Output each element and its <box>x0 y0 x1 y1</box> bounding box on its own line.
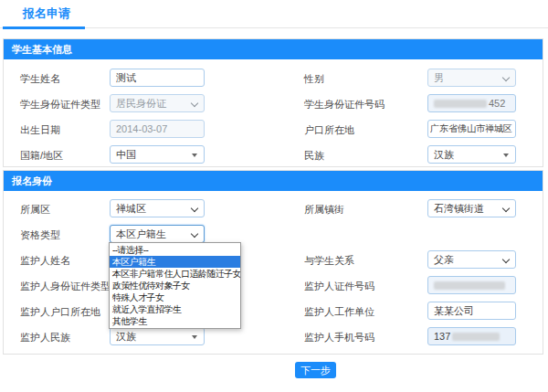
guardian-ethnicity-select[interactable]: 汉族 <box>110 327 205 345</box>
qualification-dropdown-list: --请选择-- 本区户籍生 本区非户籍常住人口适龄随迁子女 政策性优待对象子女 … <box>109 242 241 329</box>
town-label: 所属镇街 <box>304 203 344 217</box>
guardian-name-label: 监护人姓名 <box>20 254 70 268</box>
guardian-ethnicity-value: 汉族 <box>116 330 136 344</box>
nationality-select[interactable]: 中国 <box>110 145 205 164</box>
id-number-input[interactable]: 452 <box>427 94 516 112</box>
student-name-label: 学生姓名 <box>20 72 60 86</box>
town-value: 石湾镇街道 <box>434 202 484 216</box>
district-value: 禅城区 <box>116 202 146 216</box>
chevron-down-icon <box>191 100 198 107</box>
district-label: 所属区 <box>20 203 50 217</box>
chevron-down-icon <box>191 230 198 238</box>
qualification-label: 资格类型 <box>20 228 60 242</box>
masked-value-block <box>452 333 500 341</box>
birth-date-input[interactable] <box>110 120 205 138</box>
relation-select[interactable]: 父亲 <box>427 250 516 269</box>
dropdown-option[interactable]: --请选择-- <box>110 244 240 256</box>
gender-value: 男 <box>434 71 444 85</box>
ethnicity-select[interactable]: 汉族 <box>427 145 516 164</box>
id-type-select[interactable]: 居民身份证 <box>110 94 205 112</box>
residence-input[interactable] <box>427 120 516 138</box>
guardian-residence-label: 监护人户口所在地 <box>20 305 100 319</box>
chevron-down-icon <box>502 256 510 263</box>
id-number-suffix: 452 <box>489 98 505 109</box>
masked-value-block <box>434 281 505 290</box>
relation-value: 父亲 <box>434 253 454 267</box>
district-select[interactable]: 禅城区 <box>110 199 205 217</box>
chevron-down-icon <box>191 205 198 212</box>
id-type-value: 居民身份证 <box>116 97 166 111</box>
masked-value-block <box>434 100 487 108</box>
guardian-ethnicity-label: 监护人民族 <box>20 331 70 344</box>
tab-registration-application[interactable]: 报名申请 <box>23 5 70 22</box>
dropdown-option[interactable]: 本区非户籍常住人口适龄随迁子女 <box>110 268 240 280</box>
ethnicity-label: 民族 <box>304 149 324 163</box>
relation-label: 与学生关系 <box>304 254 354 268</box>
gender-label: 性别 <box>304 72 324 86</box>
chevron-down-icon <box>502 205 510 212</box>
student-name-input[interactable] <box>110 69 205 87</box>
ethnicity-value: 汉族 <box>434 148 454 162</box>
guardian-employer-label: 监护人工作单位 <box>304 305 374 319</box>
dropdown-option[interactable]: 其他学生 <box>110 315 240 327</box>
guardian-employer-input[interactable] <box>427 302 516 320</box>
section-header-registration-identity: 报名身份 <box>4 171 543 191</box>
active-tab-indicator <box>3 26 85 29</box>
birth-date-label: 出生日期 <box>20 123 60 137</box>
qualification-value: 本区户籍生 <box>116 228 166 241</box>
dropdown-option[interactable]: 就近入学直招学生 <box>110 303 240 315</box>
nationality-label: 国籍/地区 <box>20 149 63 163</box>
guardian-id-number-label: 监护人证件号码 <box>304 280 374 293</box>
id-number-label: 学生身份证件号码 <box>304 98 385 111</box>
dropdown-option-selected[interactable]: 本区户籍生 <box>110 256 240 268</box>
dropdown-option[interactable]: 政策性优待对象子女 <box>110 280 240 291</box>
chevron-down-icon <box>502 74 510 81</box>
guardian-phone-prefix: 137 <box>434 331 450 342</box>
nationality-value: 中国 <box>116 148 136 162</box>
section-header-student-info: 学生基本信息 <box>4 39 543 59</box>
next-step-button[interactable]: 下一步 <box>295 362 336 378</box>
registration-form-page: 报名申请 学生基本信息 学生姓名 性别 男 学生身份证件类型 居民身份证 学生身… <box>0 0 548 392</box>
triangle-down-icon <box>192 154 197 157</box>
dropdown-option[interactable]: 特殊人才子女 <box>110 291 240 303</box>
triangle-down-icon <box>503 154 509 157</box>
residence-label: 户口所在地 <box>304 123 354 137</box>
triangle-down-icon <box>192 335 197 339</box>
id-type-label: 学生身份证件类型 <box>20 98 100 111</box>
town-select[interactable]: 石湾镇街道 <box>427 199 516 217</box>
qualification-select[interactable]: 本区户籍生 <box>110 225 205 243</box>
gender-select[interactable]: 男 <box>427 69 516 87</box>
guardian-phone-input[interactable]: 137 <box>427 327 516 345</box>
guardian-id-type-label: 监护人身份证件类型 <box>20 280 111 293</box>
guardian-phone-label: 监护人手机号码 <box>304 331 374 344</box>
guardian-id-number-input[interactable] <box>427 276 516 294</box>
